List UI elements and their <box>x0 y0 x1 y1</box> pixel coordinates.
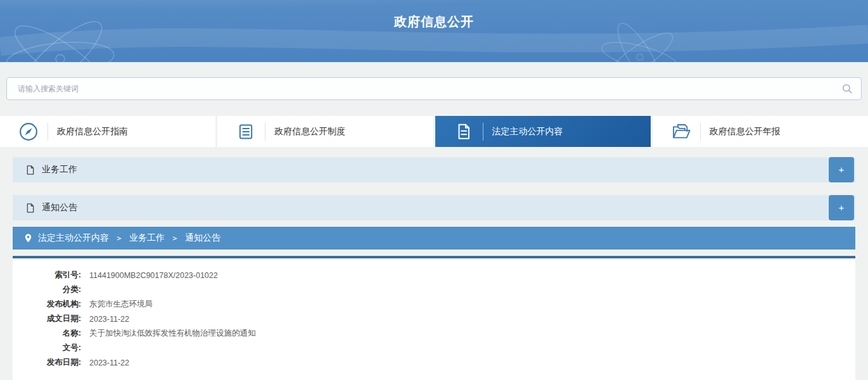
tab-divider <box>48 123 48 141</box>
field-value: 11441900MB2C90178X/2023-01022 <box>89 271 218 280</box>
tab-annual-report[interactable]: 政府信息公开年报 <box>653 116 868 147</box>
field-label: 索引号: <box>13 270 81 281</box>
field-label: 名称: <box>13 328 81 339</box>
accordion-business-work[interactable]: 业务工作 + <box>13 157 855 182</box>
breadcrumb-item[interactable]: 通知公告 <box>185 232 220 244</box>
list-icon <box>235 121 257 142</box>
location-pin-icon <box>24 233 32 243</box>
search-bar <box>6 77 862 100</box>
field-label: 分类: <box>13 284 81 295</box>
page-banner: 政府信息公开 <box>0 0 868 63</box>
tab-disclosure-system[interactable]: 政府信息公开制度 <box>217 116 433 147</box>
compass-icon <box>18 121 39 142</box>
tab-divider <box>700 123 701 141</box>
tab-divider <box>483 123 483 141</box>
document-detail-panel: 索引号: 11441900MB2C90178X/2023-01022 分类: 发… <box>13 258 855 380</box>
page-icon <box>25 165 35 175</box>
field-row-category: 分类: <box>13 282 855 297</box>
field-value: 2023-11-22 <box>89 315 129 324</box>
breadcrumb-separator: ＞ <box>115 233 123 244</box>
field-row-issuing-agency: 发布机构: 东莞市生态环境局 <box>13 297 855 312</box>
field-row-written-date: 成文日期: 2023-11-22 <box>13 312 855 326</box>
field-row-title: 名称: 关于加快淘汰低效挥发性有机物治理设施的通知 <box>13 326 855 341</box>
field-row-publish-date: 发布日期: 2023-11-22 <box>13 355 855 370</box>
tab-label: 法定主动公开内容 <box>492 126 563 137</box>
field-label: 成文日期: <box>13 314 81 324</box>
expand-button[interactable]: + <box>829 195 854 220</box>
tab-label: 政府信息公开年报 <box>710 126 781 137</box>
tab-disclosure-guide[interactable]: 政府信息公开指南 <box>0 116 215 147</box>
field-row-document-number: 文号: <box>13 341 855 355</box>
breadcrumb-separator: ＞ <box>171 233 179 244</box>
page-icon <box>25 203 35 213</box>
search-button[interactable] <box>840 82 854 96</box>
field-value: 关于加快淘汰低效挥发性有机物治理设施的通知 <box>89 328 256 339</box>
expand-button[interactable]: + <box>829 157 854 182</box>
search-icon <box>841 83 853 94</box>
tab-label: 政府信息公开制度 <box>274 126 345 137</box>
accordion-label: 通知公告 <box>42 202 77 213</box>
field-value: 东莞市生态环境局 <box>89 299 153 310</box>
document-icon <box>453 121 475 142</box>
tab-label: 政府信息公开指南 <box>57 126 128 137</box>
field-label: 文号: <box>13 343 81 353</box>
tab-statutory-disclosure-content[interactable]: 法定主动公开内容 <box>435 116 651 147</box>
breadcrumb: 法定主动公开内容 ＞ 业务工作 ＞ 通知公告 <box>13 227 855 250</box>
folder-icon <box>670 121 692 142</box>
search-input[interactable] <box>6 77 862 100</box>
field-row-index-number: 索引号: 11441900MB2C90178X/2023-01022 <box>13 268 855 282</box>
page-title: 政府信息公开 <box>0 13 868 30</box>
breadcrumb-item[interactable]: 业务工作 <box>129 232 165 244</box>
accordion-label: 业务工作 <box>42 164 77 175</box>
field-label: 发布日期: <box>13 357 81 368</box>
banner-flower-decoration <box>0 0 868 62</box>
breadcrumb-item[interactable]: 法定主动公开内容 <box>38 232 109 244</box>
field-label: 发布机构: <box>13 299 81 310</box>
accordion-notices[interactable]: 通知公告 + <box>13 195 855 220</box>
field-value: 2023-11-22 <box>89 358 129 367</box>
tab-divider <box>265 123 265 141</box>
section-tabs: 政府信息公开指南 政府信息公开制度 法定主动公开内容 <box>0 116 868 147</box>
